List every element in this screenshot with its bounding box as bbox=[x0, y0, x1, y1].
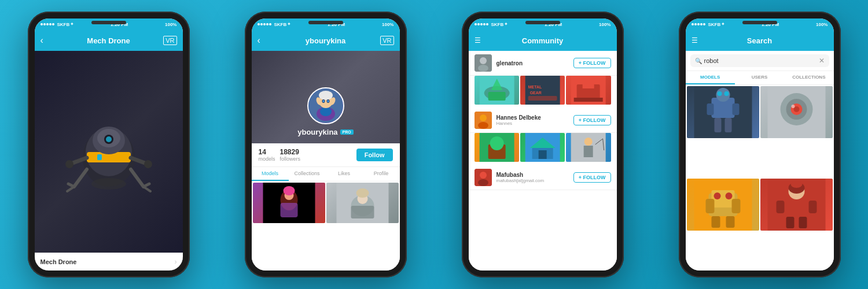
svg-point-41 bbox=[480, 57, 487, 64]
svg-rect-101 bbox=[808, 201, 816, 213]
wifi-icon: ⌖ bbox=[71, 21, 73, 27]
menu-button-3[interactable]: ☰ bbox=[475, 36, 481, 45]
hannes-models bbox=[475, 133, 611, 162]
tab-profile[interactable]: Profile bbox=[363, 167, 400, 181]
model-metalgear: METAL GEAR bbox=[520, 76, 565, 105]
carrier-4: SKFB bbox=[708, 22, 721, 27]
back-button-2[interactable]: ‹ bbox=[258, 35, 260, 46]
hannes-info: Hannes Delbeke Hannes bbox=[496, 114, 569, 126]
models-label: models bbox=[259, 156, 275, 162]
svg-rect-54 bbox=[574, 98, 603, 102]
avatar-hannes bbox=[475, 112, 492, 129]
chevron-right-icon: › bbox=[175, 258, 177, 266]
svg-point-77 bbox=[724, 91, 729, 96]
search-tab-users[interactable]: USERS bbox=[735, 71, 784, 84]
model-3d-view[interactable] bbox=[35, 51, 183, 253]
vr-button-1[interactable]: VR bbox=[163, 36, 176, 45]
glenatron-model-1[interactable] bbox=[475, 76, 519, 105]
svg-rect-53 bbox=[583, 81, 594, 88]
svg-point-7 bbox=[106, 136, 112, 142]
status-left-4: SKFB ⌖ bbox=[692, 21, 725, 27]
time-1: 1:20 PM bbox=[111, 22, 128, 27]
search-result-2[interactable] bbox=[760, 86, 833, 138]
follow-button[interactable]: Follow bbox=[356, 149, 393, 161]
battery-3: 100% bbox=[599, 22, 610, 27]
robot-result-1 bbox=[687, 86, 759, 138]
nav-title-1: Mech Drone bbox=[87, 36, 130, 45]
follow-hannes-button[interactable]: + FOLLOW bbox=[573, 115, 611, 125]
profile-header: ybourykina PRO bbox=[252, 51, 400, 143]
wifi-icon-4: ⌖ bbox=[722, 21, 724, 27]
wifi-icon-2: ⌖ bbox=[288, 21, 290, 27]
svg-point-33 bbox=[283, 186, 295, 195]
svg-point-92 bbox=[725, 192, 732, 199]
svg-rect-67 bbox=[584, 146, 593, 157]
clear-search-button[interactable]: ✕ bbox=[819, 57, 825, 65]
robot-result-2 bbox=[760, 86, 833, 138]
avatar-mafubash bbox=[475, 169, 492, 186]
wifi-icon-3: ⌖ bbox=[505, 21, 507, 27]
phone-mech-drone: SKFB ⌖ 1:20 PM 100% ‹ Mech Drone VR bbox=[28, 12, 190, 277]
community-list: glenatron + FOLLOW bbox=[469, 51, 617, 271]
hannes-model-3[interactable] bbox=[566, 133, 610, 162]
phone-search: SKFB ⌖ 1:20 PM 100% ☰ Search 🔍 robot ✕ M… bbox=[679, 12, 841, 277]
nav-bar-4: ☰ Search bbox=[686, 30, 834, 51]
avatar-svg bbox=[308, 88, 343, 123]
nav-title-2: ybourykina bbox=[306, 36, 345, 45]
svg-point-42 bbox=[478, 65, 488, 72]
model-asian-house bbox=[520, 133, 565, 162]
svg-line-13 bbox=[144, 187, 150, 191]
search-tab-models[interactable]: MODELS bbox=[686, 71, 735, 84]
thumb-character-2 bbox=[326, 183, 399, 223]
glenatron-info: glenatron bbox=[496, 60, 569, 66]
models-stat: 14 models bbox=[259, 148, 275, 162]
carrier-1: SKFB bbox=[57, 22, 70, 27]
followers-label: followers bbox=[280, 156, 301, 162]
mafubash-info: Mafubash mafubash[at]gmail.com bbox=[496, 172, 569, 183]
vr-button-2[interactable]: VR bbox=[380, 36, 393, 45]
search-tab-collections[interactable]: COLLECTIONS bbox=[784, 71, 833, 84]
hannes-model-2[interactable] bbox=[520, 133, 565, 162]
svg-rect-79 bbox=[732, 103, 739, 115]
search-content: 🔍 robot ✕ MODELS USERS COLLECTIONS bbox=[686, 51, 834, 271]
tab-collections[interactable]: Collections bbox=[289, 167, 326, 181]
glenatron-models: METAL GEAR bbox=[475, 76, 611, 105]
svg-point-87 bbox=[791, 105, 795, 108]
search-query[interactable]: robot bbox=[704, 57, 816, 64]
back-button-1[interactable]: ‹ bbox=[41, 35, 43, 46]
follow-mafubash-button[interactable]: + FOLLOW bbox=[573, 172, 611, 183]
signal-dots-2 bbox=[258, 23, 271, 25]
phone-profile: SKFB ⌖ 1:20 PM 100% ‹ ybourykina VR bbox=[245, 12, 407, 277]
mafubash-sub: mafubash[at]gmail.com bbox=[496, 178, 569, 183]
model-title: Mech Drone bbox=[41, 258, 77, 265]
svg-point-29 bbox=[327, 100, 329, 102]
search-result-1[interactable] bbox=[687, 86, 759, 138]
hannes-model-1[interactable] bbox=[475, 133, 519, 162]
mafubash-avatar-svg bbox=[475, 169, 492, 186]
status-bar-1: SKFB ⌖ 1:20 PM 100% bbox=[35, 18, 183, 30]
model-ship bbox=[475, 76, 519, 105]
search-icon: 🔍 bbox=[695, 58, 702, 64]
model-label-bar: Mech Drone › bbox=[35, 253, 183, 271]
follow-glenatron-button[interactable]: + FOLLOW bbox=[573, 58, 611, 68]
menu-button-4[interactable]: ☰ bbox=[692, 36, 698, 45]
tab-likes[interactable]: Likes bbox=[326, 167, 363, 181]
signal-dots-4 bbox=[692, 23, 705, 25]
svg-point-105 bbox=[790, 181, 802, 188]
model-thumb-2[interactable] bbox=[326, 183, 399, 223]
search-result-4[interactable] bbox=[760, 179, 833, 231]
svg-rect-102 bbox=[786, 217, 794, 228]
search-result-3[interactable] bbox=[687, 179, 759, 231]
status-bar-2: SKFB ⌖ 1:20 PM 100% bbox=[252, 18, 400, 30]
model-thumb-1[interactable] bbox=[253, 183, 325, 223]
time-2: 1:20 PM bbox=[328, 22, 345, 27]
svg-point-38 bbox=[356, 188, 369, 198]
svg-rect-3 bbox=[97, 154, 102, 160]
tab-models[interactable]: Models bbox=[252, 167, 289, 181]
hannes-avatar-svg bbox=[475, 112, 492, 129]
glenatron-model-2[interactable]: METAL GEAR bbox=[520, 76, 565, 105]
glenatron-model-3[interactable] bbox=[566, 76, 610, 105]
hannes-sub: Hannes bbox=[496, 121, 569, 126]
avatar-glenatron bbox=[475, 54, 492, 72]
svg-rect-103 bbox=[799, 217, 807, 228]
